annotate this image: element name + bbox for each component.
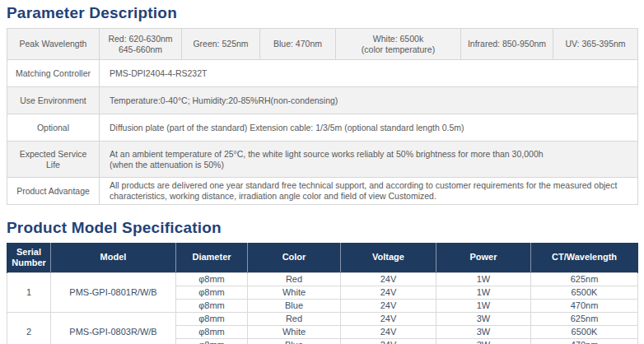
param-label: Peak Wavelength (7, 29, 100, 60)
color-cell: Red (248, 272, 341, 286)
ct-wavelength-cell: 470nm (531, 338, 638, 344)
param-label: Optional (7, 114, 100, 142)
row-optional: Optional Diffusion plate (part of the st… (7, 114, 638, 142)
power-cell: 1W (436, 286, 531, 299)
header-power: Power (436, 243, 531, 272)
model-table: Serial Number Model Diameter Color Volta… (7, 243, 638, 344)
row-expected-service-life: Expected Service Life At an ambient temp… (7, 142, 638, 178)
power-cell: 3W (436, 338, 531, 344)
param-value: At an ambient temperature of 25°C, the w… (100, 142, 638, 178)
voltage-cell: 24V (341, 272, 436, 286)
parameter-table: Peak Wavelength Red: 620-630nm 645-660nm… (7, 28, 638, 205)
power-cell: 1W (436, 299, 531, 312)
voltage-cell: 24V (341, 286, 436, 299)
power-cell: 3W (436, 312, 531, 325)
ct-wavelength-cell: 625nm (531, 272, 638, 286)
param-label: Expected Service Life (7, 142, 100, 178)
ct-wavelength-cell: 625nm (531, 312, 638, 325)
voltage-cell: 24V (341, 338, 436, 344)
color-cell: Red (248, 312, 341, 325)
param-value: All products are delivered one year stan… (100, 178, 638, 205)
row-product-advantage: Product Advantage All products are deliv… (7, 178, 638, 205)
model-cell: PMS-GPI-0803R/W/B (51, 312, 176, 344)
serial-number-cell: 2 (7, 312, 51, 344)
param-label: Use Environment (7, 87, 100, 114)
ct-wavelength-cell: 470nm (531, 299, 638, 312)
param-value: Diffusion plate (part of the standard) E… (100, 114, 638, 142)
model-table-header-row: Serial Number Model Diameter Color Volta… (7, 243, 638, 272)
color-cell: White (248, 325, 341, 338)
color-cell: Blue (248, 338, 341, 344)
voltage-cell: 24V (341, 299, 436, 312)
diameter-cell: φ8mm (176, 299, 248, 312)
ct-wavelength-cell: 6500K (531, 325, 638, 338)
row-use-environment: Use Environment Temperature:0-40°C; Humi… (7, 87, 638, 114)
power-cell: 1W (436, 272, 531, 286)
ct-wavelength-cell: 6500K (531, 286, 638, 299)
parameter-description-title: Parameter Description (7, 4, 637, 22)
diameter-cell: φ8mm (176, 286, 248, 299)
header-model: Model (51, 243, 176, 272)
param-label: Matching Controller (7, 60, 100, 87)
header-serial-number: Serial Number (7, 243, 51, 272)
diameter-cell: φ8mm (176, 312, 248, 325)
peak-red-cell: Red: 620-630nm 645-660nm (100, 29, 182, 60)
table-row: 2 PMS-GPI-0803R/W/B φ8mm Red 24V 3W 625n… (7, 312, 638, 325)
peak-uv-cell: UV: 365-395nm (553, 29, 638, 60)
product-model-specification-title: Product Model Specification (7, 219, 637, 237)
voltage-cell: 24V (341, 312, 436, 325)
table-row: 1 PMS-GPI-0801R/W/B φ8mm Red 24V 1W 625n… (7, 272, 638, 286)
header-diameter: Diameter (176, 243, 248, 272)
param-label: Product Advantage (7, 178, 100, 205)
peak-white-cell: White: 6500k (color temperature) (336, 29, 461, 60)
param-value: Temperature:0-40°C; Humidity:20-85%RH(no… (100, 87, 638, 114)
diameter-cell: φ8mm (176, 272, 248, 286)
row-peak-wavelength: Peak Wavelength Red: 620-630nm 645-660nm… (7, 29, 638, 60)
serial-number-cell: 1 (7, 272, 51, 312)
header-color: Color (248, 243, 341, 272)
param-value: PMS-DPI2404-4-RS232T (100, 60, 638, 87)
peak-green-cell: Green: 525nm (182, 29, 260, 60)
page: Parameter Description Peak Wavelength Re… (0, 0, 644, 344)
peak-blue-cell: Blue: 470nm (260, 29, 336, 60)
row-matching-controller: Matching Controller PMS-DPI2404-4-RS232T (7, 60, 638, 87)
voltage-cell: 24V (341, 325, 436, 338)
header-voltage: Voltage (341, 243, 436, 272)
header-ct-wavelength: CT/Wavelength (531, 243, 638, 272)
color-cell: Blue (248, 299, 341, 312)
diameter-cell: φ8mm (176, 325, 248, 338)
peak-infrared-cell: Infrared: 850-950nm (461, 29, 553, 60)
model-cell: PMS-GPI-0801R/W/B (51, 272, 176, 312)
power-cell: 3W (436, 325, 531, 338)
diameter-cell: φ8mm (176, 338, 248, 344)
color-cell: White (248, 286, 341, 299)
